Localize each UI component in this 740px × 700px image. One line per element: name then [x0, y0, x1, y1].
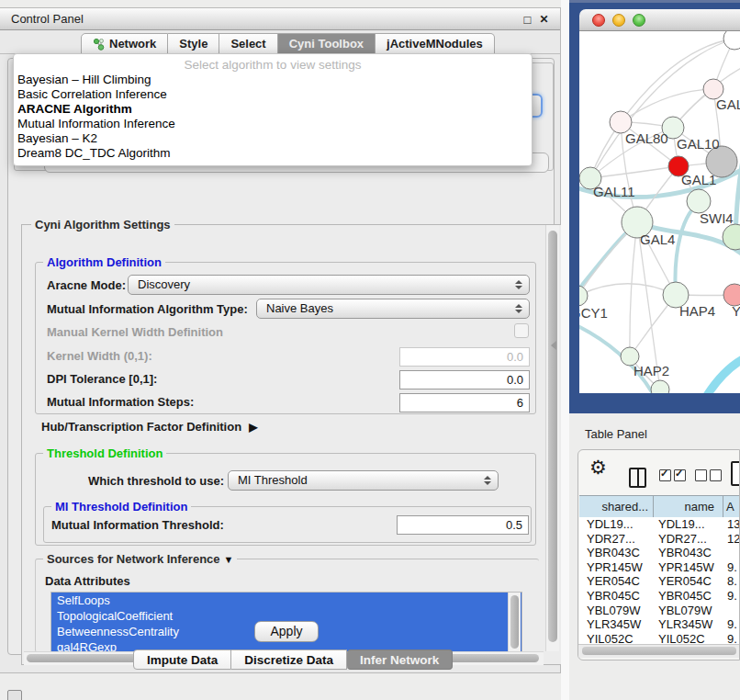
algorithm-option-dream8-dc-tdc-algorithm[interactable]: Dream8 DC_TDC Algorithm — [14, 146, 532, 161]
tab-impute-data[interactable]: Impute Data — [133, 649, 231, 670]
tab-network[interactable]: Network — [81, 33, 168, 54]
tab-cyni-toolbox[interactable]: Cyni Toolbox — [278, 33, 376, 54]
table-cell: 9. — [723, 560, 740, 575]
settings-panel-title: Cyni Algorithm Settings — [31, 218, 174, 231]
network-window-titlebar[interactable] — [579, 9, 740, 31]
float-window-icon[interactable]: □ — [521, 13, 534, 27]
attribute-item-selfloops[interactable]: SelfLoops — [51, 593, 521, 608]
columns-icon[interactable] — [629, 468, 646, 488]
algorithm-option-aracne-algorithm[interactable]: ARACNE Algorithm — [14, 102, 532, 117]
network-edge[interactable] — [630, 222, 637, 356]
manual-kernel-checkbox[interactable] — [514, 323, 529, 338]
table-hscrollbar-thumb[interactable] — [582, 647, 736, 655]
tab-style[interactable]: Style — [168, 33, 219, 54]
unchecked-box-icon[interactable] — [695, 469, 707, 481]
algorithm-option-mutual-information-inference[interactable]: Mutual Information Inference — [14, 117, 532, 131]
mi-type-value: Naive Bayes — [266, 301, 333, 315]
table-cell: YLR345W — [654, 617, 723, 632]
mi-steps-field[interactable]: 6 — [399, 393, 530, 412]
table-row[interactable]: YBR045CYBR045C9. — [579, 589, 740, 604]
close-icon[interactable]: ✕ — [537, 13, 551, 27]
attributes-scrollbar-thumb[interactable] — [510, 595, 519, 649]
node-bottom-partial[interactable] — [651, 380, 669, 393]
table-panel-title: Table Panel — [585, 427, 647, 441]
node-hap4-label: HAP4 — [679, 303, 715, 319]
checked-box-icon[interactable] — [674, 469, 686, 481]
tab-label: Style — [179, 37, 207, 51]
tab-discretize-data[interactable]: Discretize Data — [231, 649, 347, 670]
algorithm-option-bayesian-hill-climbing[interactable]: Bayesian – Hill Climbing — [14, 73, 532, 87]
hub-definition-toggle[interactable]: Hub/Transcription Factor Definition▶ — [41, 420, 257, 434]
table-cell: YBL079W — [654, 604, 723, 618]
tab-infer-network[interactable]: Infer Network — [347, 649, 453, 670]
node-gcy1[interactable] — [579, 286, 588, 306]
node-y-pink-label: Y — [732, 303, 740, 319]
attributes-scrollbar[interactable] — [508, 593, 521, 653]
table-row[interactable]: YPR145WYPR145W9. — [579, 560, 740, 575]
column-header-name[interactable]: name — [654, 496, 723, 518]
dpi-tolerance-label: DPI Tolerance [0,1]: — [47, 372, 157, 386]
table-cell: YDL19... — [654, 517, 723, 532]
tab-select[interactable]: Select — [219, 33, 277, 54]
table-cell: YBR043C — [579, 546, 654, 560]
gear-icon[interactable]: ⚙ — [589, 457, 607, 479]
tab-jactivemnodules[interactable]: jActiveMNodules — [376, 33, 495, 54]
algorithm-definition-title: Algorithm Definition — [43, 255, 165, 269]
network-edge[interactable] — [579, 322, 655, 393]
table-cell: YBR043C — [654, 546, 723, 560]
column-header-shared[interactable]: shared... — [579, 496, 654, 518]
table-cell: 8. — [723, 574, 740, 589]
minimize-traffic-light-icon[interactable] — [612, 14, 625, 27]
panel-gap — [561, 0, 569, 700]
network-edge[interactable] — [706, 356, 740, 393]
table-row[interactable]: YLR345WYLR345W9. — [579, 617, 740, 632]
column-header-a[interactable]: A — [723, 496, 740, 518]
table-header-row: shared...nameA — [579, 495, 740, 519]
unchecked-box-icon[interactable] — [710, 469, 722, 481]
tab-label: Select — [230, 37, 265, 51]
close-traffic-light-icon[interactable] — [592, 14, 605, 27]
which-threshold-select[interactable]: MI Threshold — [228, 470, 499, 491]
table-row[interactable]: YIL052CYIL052C9. — [579, 632, 740, 644]
node-top-partial[interactable] — [723, 31, 740, 50]
mi-algorithm-type-select[interactable]: Naive Bayes — [256, 299, 530, 319]
file-icon[interactable] — [731, 461, 740, 486]
combo-spinner-icon — [515, 280, 522, 289]
table-row[interactable]: YDL19...YDL19...13 — [579, 517, 740, 532]
dpi-tolerance-field[interactable]: 0.0 — [399, 370, 530, 390]
table-row[interactable]: YBR043CYBR043C — [579, 546, 740, 560]
settings-vscrollbar-thumb[interactable] — [548, 231, 557, 642]
apply-button[interactable]: Apply — [254, 621, 319, 642]
which-threshold-value: MI Threshold — [238, 473, 308, 487]
aracne-mode-label: Aracne Mode: — [47, 278, 126, 292]
algorithm-definition-group: Algorithm Definition Aracne Mode: Discov… — [35, 262, 536, 414]
table-row[interactable]: YDR27...YDR27...12 — [579, 532, 740, 547]
node-gal4-label: GAL4 — [640, 231, 675, 247]
table-row[interactable]: YBL079WYBL079W — [579, 604, 740, 618]
table-cell: YBR045C — [579, 589, 654, 604]
combo-spinner-icon — [484, 476, 491, 485]
checked-box-icon[interactable] — [659, 469, 671, 481]
mi-threshold-definition-group: MI Threshold Definition Mutual Informati… — [43, 506, 532, 543]
docked-panel-icon[interactable] — [7, 690, 22, 700]
network-edge[interactable] — [675, 202, 701, 295]
mi-threshold-field[interactable]: 0.5 — [397, 515, 529, 535]
network-edge[interactable] — [735, 140, 740, 237]
aracne-mode-select[interactable]: Discovery — [128, 275, 530, 295]
table-row[interactable]: YER054CYER054C8. — [579, 574, 740, 589]
settings-vscrollbar[interactable] — [545, 225, 559, 651]
kernel-width-label: Kernel Width (0,1): — [47, 349, 152, 363]
algorithm-option-bayesian-k2[interactable]: Bayesian – K2 — [14, 131, 532, 146]
table-hscrollbar[interactable] — [578, 644, 740, 658]
manual-kernel-label: Manual Kernel Width Definition — [47, 325, 223, 339]
network-edge[interactable] — [579, 284, 676, 296]
network-canvas[interactable]: GALGAL80GAL10GAL1GAL11SWI4GAL4GCY1HAP4YH… — [579, 31, 740, 393]
algorithm-option-basic-correlation-inference[interactable]: Basic Correlation Inference — [14, 87, 532, 102]
zoom-traffic-light-icon[interactable] — [633, 14, 645, 27]
sources-toggle[interactable]: Sources for Network Inference▼ — [43, 552, 237, 566]
kernel-width-field[interactable]: 0.0 — [399, 347, 530, 367]
table-cell: YER054C — [654, 574, 723, 589]
split-collapse-icon[interactable] — [551, 341, 556, 350]
network-edge[interactable] — [621, 89, 713, 122]
mi-threshold-definition-title: MI Threshold Definition — [51, 500, 191, 514]
